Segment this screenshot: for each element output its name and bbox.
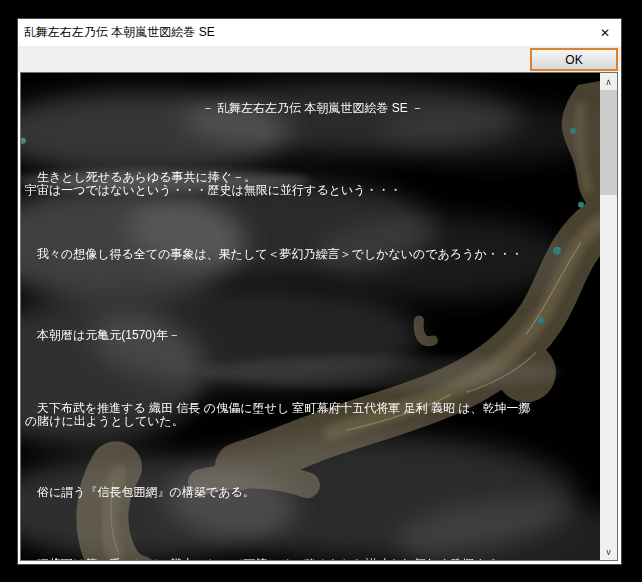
chevron-down-icon: ∨ <box>605 547 612 557</box>
close-icon: ✕ <box>600 27 610 39</box>
title-bar: 乱舞左右左乃伝 本朝嵐世図絵巻 SE ✕ <box>18 19 621 46</box>
story-heading: － 乱舞左右左乃伝 本朝嵐世図絵巻 SE － <box>25 102 600 115</box>
chevron-up-icon: ∧ <box>605 77 612 87</box>
map-viewport: － 乱舞左右左乃伝 本朝嵐世図絵巻 SE － 生きとし死せるあらゆる事共に捧ぐ－… <box>21 73 600 560</box>
scrollbar-thumb[interactable] <box>600 90 617 195</box>
vertical-scrollbar[interactable]: ∧ ∨ <box>600 73 617 560</box>
story-paragraph: 生きとし死せるあらゆる事共に捧ぐ－。 宇宙は一つではないという・・・歴史は無限に… <box>25 171 600 197</box>
story-content-area: － 乱舞左右左乃伝 本朝嵐世図絵巻 SE － 生きとし死せるあらゆる事共に捧ぐ－… <box>20 72 618 561</box>
scroll-up-button[interactable]: ∧ <box>600 73 617 90</box>
story-paragraph: 本朝暦は元亀元(1570)年－ <box>25 329 600 342</box>
dialog-window: 乱舞左右左乃伝 本朝嵐世図絵巻 SE ✕ OK <box>17 18 622 565</box>
story-paragraph: 我々の想像し得る全ての事象は、果たして＜夢幻乃繰言＞でしかないのであろうか・・・ <box>25 248 600 261</box>
story-text: － 乱舞左右左乃伝 本朝嵐世図絵巻 SE － 生きとし死せるあらゆる事共に捧ぐ－… <box>21 73 600 560</box>
story-paragraph: 天下布武を推進する 織田 信長 の傀儡に堕せし 室町幕府十五代将軍 足利 義昭 … <box>25 402 600 428</box>
close-button[interactable]: ✕ <box>589 19 621 46</box>
story-paragraph: 俗に謂う『信長包囲網』の構築である。 <box>25 486 600 499</box>
scroll-down-button[interactable]: ∨ <box>600 543 617 560</box>
window-title: 乱舞左右左乃伝 本朝嵐世図絵巻 SE <box>18 24 589 41</box>
story-paragraph: 現将軍は第一手として、畿内において画策しその秘められた謀才を如何なく発揮する。 … <box>25 558 600 560</box>
ok-button[interactable]: OK <box>530 48 618 71</box>
button-strip: OK <box>18 46 621 72</box>
